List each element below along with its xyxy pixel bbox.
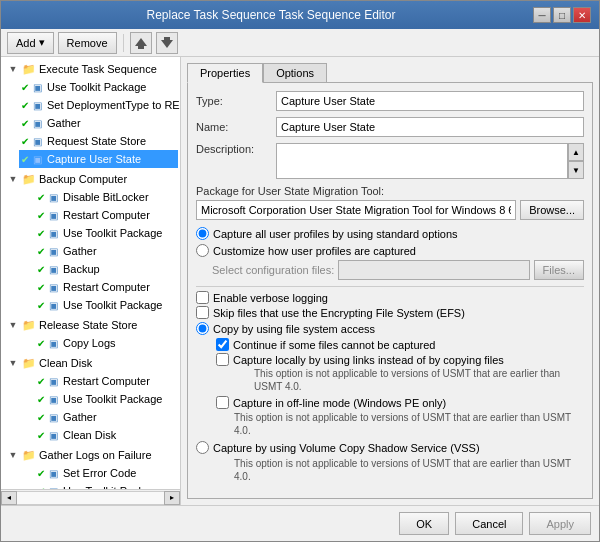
vss-note: This option is not applicable to version…: [196, 457, 584, 483]
check-icon: ✔: [37, 210, 45, 221]
list-item[interactable]: ▼ 📁 Backup Computer: [3, 170, 178, 188]
verbose-label: Enable verbose logging: [213, 292, 328, 304]
group-icon: 📁: [21, 355, 37, 371]
check-icon: ✔: [37, 282, 45, 293]
group-icon: 📁: [21, 447, 37, 463]
offline-note: This option is not applicable to version…: [196, 411, 584, 437]
add-button[interactable]: Add ▾: [7, 32, 54, 54]
list-item[interactable]: ✔▣Use Toolkit Package: [35, 296, 178, 314]
continue-checkbox[interactable]: [216, 338, 229, 351]
description-row: Description: ▲ ▼: [196, 143, 584, 179]
description-textarea[interactable]: [276, 143, 568, 179]
continue-row: Continue if some files cannot be capture…: [216, 338, 584, 351]
window-controls: ─ □ ✕: [533, 7, 591, 23]
cancel-button[interactable]: Cancel: [455, 512, 523, 535]
list-item[interactable]: ✔▣Clean Disk: [35, 426, 178, 444]
backup-children: ✔▣Disable BitLocker ✔▣Restart Computer ✔…: [3, 188, 178, 314]
scroll-up-btn[interactable]: ▲: [568, 143, 584, 161]
list-item[interactable]: ✔▣Set Error Code: [35, 464, 178, 482]
task-icon: ▣: [45, 225, 61, 241]
list-item[interactable]: ✔▣Gather: [35, 242, 178, 260]
scroll-down-btn[interactable]: ▼: [568, 161, 584, 179]
window-title: Replace Task Sequence Task Sequence Edit…: [9, 8, 533, 22]
vss-radio[interactable]: [196, 441, 209, 454]
offline-label: Capture in off-line mode (Windows PE onl…: [233, 397, 446, 409]
offline-checkbox-row: Capture in off-line mode (Windows PE onl…: [196, 396, 584, 409]
capture-links-checkbox[interactable]: [216, 353, 229, 366]
file-input: [338, 260, 529, 280]
list-item[interactable]: ✔▣Restart Computer: [35, 372, 178, 390]
list-item[interactable]: ✔ ▣ Request State Store: [19, 132, 178, 150]
scroll-left-btn[interactable]: ◂: [1, 491, 17, 505]
list-item[interactable]: ✔▣Use Toolkit Package: [35, 390, 178, 408]
add-label: Add: [16, 37, 36, 49]
list-item[interactable]: ✔ ▣ Gather: [19, 114, 178, 132]
scroll-right-btn[interactable]: ▸: [164, 491, 180, 505]
continue-label: Continue if some files cannot be capture…: [233, 339, 435, 351]
main-window: Replace Task Sequence Task Sequence Edit…: [0, 0, 600, 542]
check-icon: ✔: [37, 246, 45, 257]
skip-efs-checkbox[interactable]: [196, 306, 209, 319]
toolbar-icon-1[interactable]: [130, 32, 152, 54]
check-icon: ✔: [37, 394, 45, 405]
check-icon: ✔: [21, 118, 29, 129]
apply-button[interactable]: Apply: [529, 512, 591, 535]
list-item[interactable]: ✔ ▣ Capture User State: [19, 150, 178, 168]
tree-root-row[interactable]: ▼ 📁 Execute Task Sequence: [3, 60, 178, 78]
svg-marker-0: [135, 38, 147, 46]
minimize-button[interactable]: ─: [533, 7, 551, 23]
list-item[interactable]: ✔ ▣ Use Toolkit Package: [19, 78, 178, 96]
verbose-checkbox[interactable]: [196, 291, 209, 304]
list-item[interactable]: ✔▣Restart Computer: [35, 278, 178, 296]
list-item[interactable]: ✔▣Use Toolkit Package: [35, 482, 178, 489]
list-item[interactable]: ✔▣Use Toolkit Package: [35, 224, 178, 242]
capture-all-radio-row: Capture all user profiles by using stand…: [196, 226, 584, 241]
skip-efs-row: Skip files that use the Encrypting File …: [196, 306, 584, 319]
check-icon: ✔: [21, 100, 29, 111]
continue-option: Continue if some files cannot be capture…: [196, 338, 584, 351]
capture-links-option: Capture locally by using links instead o…: [196, 353, 584, 393]
list-item[interactable]: ✔▣Backup: [35, 260, 178, 278]
list-item[interactable]: ▼ 📁 Clean Disk: [3, 354, 178, 372]
task-icon: ▣: [45, 409, 61, 425]
close-button[interactable]: ✕: [573, 7, 591, 23]
browse-button[interactable]: Browse...: [520, 200, 584, 220]
name-input[interactable]: [276, 117, 584, 137]
capture-all-radio[interactable]: [196, 227, 209, 240]
customize-radio-row: Customize how user profiles are captured: [196, 243, 584, 258]
task-icon: ▣: [45, 279, 61, 295]
main-area: ▼ 📁 Execute Task Sequence ✔ ▣ Use Toolki…: [1, 57, 599, 505]
svg-marker-3: [161, 40, 173, 48]
svg-rect-1: [138, 46, 144, 49]
list-item[interactable]: ✔ ▣ Set DeploymentType to REPLACE: [19, 96, 178, 114]
task-icon: ▣: [29, 133, 45, 149]
ok-button[interactable]: OK: [399, 512, 449, 535]
list-item[interactable]: ✔▣Disable BitLocker: [35, 188, 178, 206]
tree-area[interactable]: ▼ 📁 Execute Task Sequence ✔ ▣ Use Toolki…: [1, 57, 180, 489]
offline-checkbox[interactable]: [216, 396, 229, 409]
list-item[interactable]: ✔▣Gather: [35, 408, 178, 426]
toolbar-icon-2[interactable]: [156, 32, 178, 54]
list-item[interactable]: ✔▣Restart Computer: [35, 206, 178, 224]
tab-bar: Properties Options: [187, 63, 593, 82]
copy-fs-radio[interactable]: [196, 322, 209, 335]
customize-radio[interactable]: [196, 244, 209, 257]
vss-label: Capture by using Volume Copy Shadow Serv…: [213, 442, 480, 454]
files-button: Files...: [534, 260, 584, 280]
tab-options[interactable]: Options: [263, 63, 327, 82]
package-input[interactable]: [196, 200, 516, 220]
remove-button[interactable]: Remove: [58, 32, 117, 54]
maximize-button[interactable]: □: [553, 7, 571, 23]
root-label: Execute Task Sequence: [39, 63, 157, 75]
tree-horizontal-scrollbar[interactable]: ◂ ▸: [1, 489, 180, 505]
type-input[interactable]: [276, 91, 584, 111]
root-expand-icon: ▼: [5, 61, 21, 77]
list-item[interactable]: ▼ 📁 Release State Store: [3, 316, 178, 334]
list-item[interactable]: ▼ 📁 Gather Logs on Failure: [3, 446, 178, 464]
vss-radio-row: Capture by using Volume Copy Shadow Serv…: [196, 440, 584, 455]
package-label-row: Package for User State Migration Tool:: [196, 185, 584, 197]
tab-properties[interactable]: Properties: [187, 63, 263, 83]
list-item[interactable]: ✔▣Copy Logs: [35, 334, 178, 352]
customize-label: Customize how user profiles are captured: [213, 245, 416, 257]
verbose-row: Enable verbose logging: [196, 291, 584, 304]
